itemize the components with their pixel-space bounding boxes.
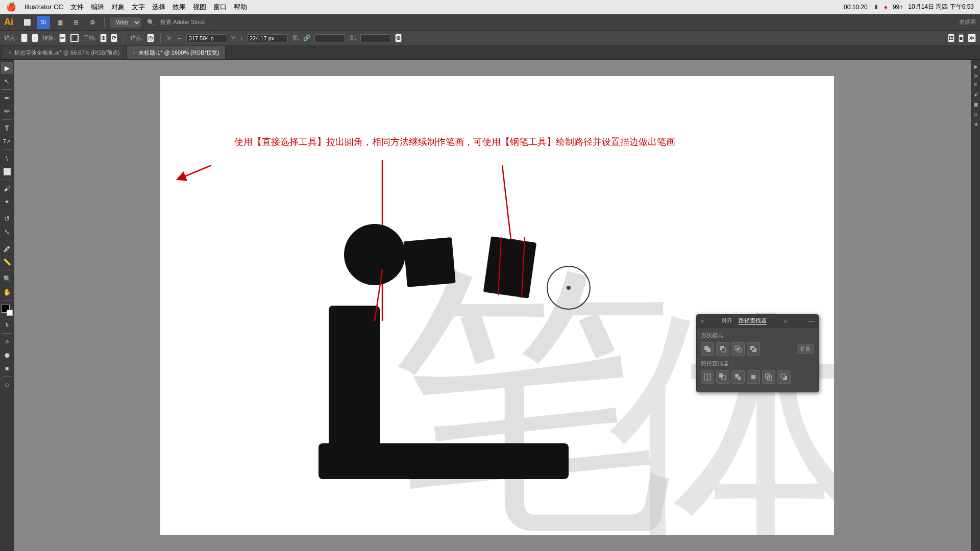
divide-icon[interactable]: [701, 370, 714, 384]
record-icon[interactable]: ●: [884, 4, 888, 11]
new-document-btn[interactable]: ⬜: [20, 16, 34, 29]
tab-close-1[interactable]: ×: [133, 50, 136, 56]
eyedropper-tool[interactable]: 💉: [1, 242, 13, 255]
hand-tool[interactable]: ✋: [1, 286, 13, 298]
canvas-svg: 使用【直接选择工具】拉出圆角，相同方法继续制作笔画，可使用【钢笔工具】绘制路径并…: [160, 76, 834, 535]
intersect-icon[interactable]: [731, 342, 745, 356]
svg-rect-3: [722, 348, 726, 352]
pen-tool[interactable]: ✒: [1, 92, 13, 104]
libraries-icon[interactable]: A: [973, 74, 978, 78]
menu-view[interactable]: 视图: [193, 3, 206, 12]
color-mode-btn[interactable]: ⬤: [1, 349, 13, 361]
x-icon: ↔: [177, 35, 182, 41]
panel-menu-icon[interactable]: ≡: [784, 318, 787, 324]
menu-illustrator[interactable]: Illustrator CC: [24, 3, 63, 11]
arrange-btn[interactable]: ⊞: [69, 16, 83, 29]
type-tool2[interactable]: T↗: [1, 135, 13, 147]
search-btn[interactable]: 🔍: [144, 16, 157, 29]
x-value-input[interactable]: [186, 34, 227, 42]
anchor-icon1[interactable]: ↗: [21, 34, 28, 42]
datetime-display: 10月14日 周四 下午6:53: [908, 3, 974, 11]
transform-options-btn[interactable]: ⊛: [395, 34, 402, 42]
panel-tab-align[interactable]: 对齐: [721, 317, 732, 325]
handle-icon3[interactable]: ⟳: [111, 34, 117, 42]
main-canvas[interactable]: 使用【直接选择工具】拉出圆角，相同方法继续制作笔画，可使用【钢笔工具】绘制路径并…: [160, 76, 834, 535]
menu-window[interactable]: 窗口: [213, 3, 227, 12]
cc-libraries-icon[interactable]: ≡: [973, 83, 978, 86]
swap-colors-icon[interactable]: ⇅: [1, 319, 13, 331]
swatches-icon[interactable]: ◼: [973, 102, 978, 107]
panel-tab-pathfinder[interactable]: 路径查找器: [739, 317, 767, 325]
blob-brush-tool[interactable]: ✦: [1, 195, 13, 208]
menu-help[interactable]: 帮助: [234, 3, 247, 12]
menu-file[interactable]: 文件: [70, 3, 84, 12]
tab-close-0[interactable]: ×: [8, 50, 11, 56]
symbols-icon[interactable]: ⊙: [973, 112, 978, 116]
anchor-point-icon[interactable]: ◎: [147, 34, 154, 42]
menu-object[interactable]: 对象: [111, 3, 125, 12]
minus-back-icon[interactable]: [777, 370, 791, 384]
expand-panel-btn[interactable]: ≫: [968, 34, 976, 42]
fill-none-btn[interactable]: ⊘: [1, 336, 13, 348]
tab-1[interactable]: × 未标题-1* @ 1600% (RGB/预览): [127, 46, 226, 59]
panel-close-btn[interactable]: ×: [701, 318, 704, 324]
stroke-color[interactable]: [7, 310, 13, 316]
st-badge-btn[interactable]: St: [37, 16, 50, 29]
panel-minimize-btn[interactable]: —: [808, 318, 814, 324]
pencil-tool[interactable]: ✏: [1, 105, 13, 117]
scale-tool[interactable]: ⤡: [1, 226, 13, 238]
apple-logo-icon[interactable]: 🍎: [6, 2, 16, 12]
type-tool[interactable]: T: [1, 122, 13, 134]
y-label: Y:: [231, 35, 236, 41]
trim-icon[interactable]: [716, 370, 729, 384]
grid-btn[interactable]: ⊞: [948, 34, 954, 42]
merge-icon[interactable]: [731, 370, 745, 384]
annotation-text: 使用【直接选择工具】拉出圆角，相同方法继续制作笔画，可使用【钢笔工具】绘制路径并…: [234, 137, 675, 147]
svg-rect-9: [752, 348, 754, 350]
circle-center-dot: [567, 286, 571, 290]
opt-sep1: [124, 34, 124, 43]
width-input[interactable]: [314, 34, 345, 42]
select-tool[interactable]: ▶: [1, 62, 13, 74]
menu-text[interactable]: 文字: [132, 3, 145, 12]
brush-icon[interactable]: 🖌: [973, 91, 979, 96]
pathfinder-row: [701, 370, 814, 384]
menu-effect[interactable]: 效果: [173, 3, 186, 12]
menu-select[interactable]: 选择: [152, 3, 165, 12]
minus-front-icon[interactable]: [716, 342, 729, 356]
settings-btn[interactable]: ⚙: [86, 16, 99, 29]
svg-rect-6: [737, 348, 739, 350]
handle-icon[interactable]: ⬛: [70, 34, 79, 42]
direct-select-tool[interactable]: ↖: [1, 75, 13, 87]
rect-tool[interactable]: ⬜: [1, 165, 13, 178]
color-swatch-area[interactable]: [2, 305, 13, 316]
rotate-tool[interactable]: ↺: [1, 212, 13, 224]
transform-icon[interactable]: ✏: [59, 34, 66, 42]
line-tool[interactable]: \: [1, 152, 13, 164]
pause-icon[interactable]: ⏸: [873, 4, 879, 11]
artboard-tool[interactable]: ⬡: [1, 379, 13, 391]
outline-icon[interactable]: [762, 370, 775, 384]
zoom-tool[interactable]: 🔍: [1, 272, 13, 285]
properties-icon[interactable]: ▶: [973, 64, 978, 69]
y-value-input[interactable]: [247, 34, 288, 42]
measure-tool[interactable]: 📏: [1, 256, 13, 268]
height-input[interactable]: [360, 34, 391, 42]
menu-edit[interactable]: 编辑: [91, 3, 104, 12]
exclude-icon[interactable]: [747, 342, 760, 356]
workspace-dropdown[interactable]: Web: [110, 17, 141, 28]
view-toggle-btn[interactable]: ▦: [53, 16, 66, 29]
svg-rect-1: [706, 348, 710, 352]
expand-btn[interactable]: 扩展: [797, 344, 814, 354]
align-icon[interactable]: ≡: [959, 34, 964, 42]
search-placeholder[interactable]: 搜索 Adobe Stock: [160, 18, 205, 26]
graphic-styles-icon[interactable]: ★: [973, 121, 978, 127]
paintbrush-tool[interactable]: 🖌: [1, 182, 13, 194]
crop-icon[interactable]: [747, 370, 760, 384]
handle-icon2[interactable]: ⊕: [100, 34, 107, 42]
anchor-icon2[interactable]: ↙: [32, 34, 38, 42]
gradient-btn[interactable]: ◼: [1, 362, 13, 374]
tab-0[interactable]: × 标志字体全能备.ai* @ 66.67% (RGB/预览): [2, 46, 127, 59]
notification-badge[interactable]: 99+: [893, 4, 903, 11]
unite-icon[interactable]: [701, 342, 714, 356]
